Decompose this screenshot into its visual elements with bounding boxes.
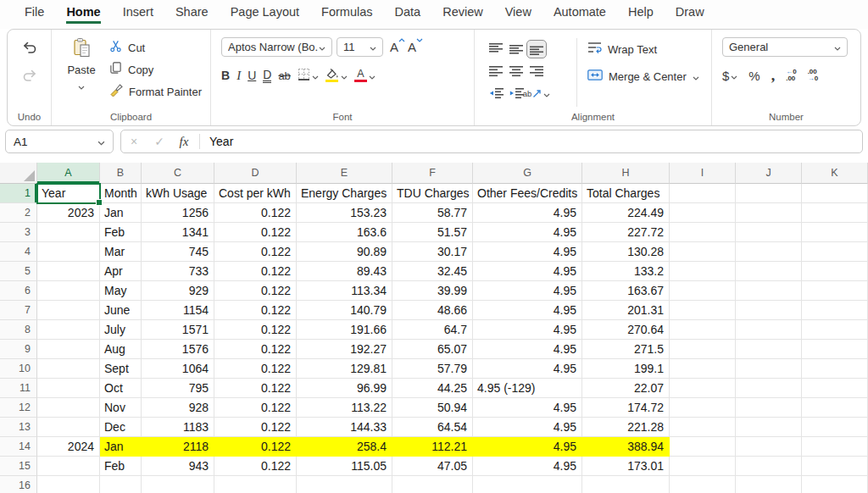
menu-tab-file[interactable]: File bbox=[14, 0, 55, 29]
cell-H8[interactable]: 270.64 bbox=[582, 320, 670, 340]
cell-C4[interactable]: 745 bbox=[142, 242, 214, 262]
cell-J2[interactable] bbox=[736, 203, 802, 223]
row-header-2[interactable]: 2 bbox=[0, 203, 37, 223]
font-name-combobox[interactable]: Aptos Narrow (Bo... bbox=[221, 37, 332, 57]
italic-button[interactable]: I bbox=[236, 69, 241, 83]
cell-G3[interactable]: 4.95 bbox=[473, 223, 582, 242]
cell-G9[interactable]: 4.95 bbox=[473, 340, 582, 359]
cell-I9[interactable] bbox=[670, 340, 736, 359]
cell-F16[interactable] bbox=[392, 476, 473, 493]
cell-G6[interactable]: 4.95 bbox=[473, 281, 582, 301]
cell-A11[interactable] bbox=[37, 379, 100, 398]
cell-C8[interactable]: 1571 bbox=[142, 320, 214, 340]
cell-C14[interactable]: 2118 bbox=[142, 437, 214, 457]
cell-F2[interactable]: 58.77 bbox=[392, 203, 473, 223]
cell-I15[interactable] bbox=[670, 457, 736, 476]
row-header-7[interactable]: 7 bbox=[0, 301, 37, 320]
cell-J15[interactable] bbox=[736, 457, 802, 476]
row-header-3[interactable]: 3 bbox=[0, 223, 37, 242]
cell-H5[interactable]: 133.2 bbox=[582, 262, 670, 281]
cell-E12[interactable]: 113.22 bbox=[297, 398, 392, 418]
cell-K8[interactable] bbox=[802, 320, 868, 340]
cell-D16[interactable] bbox=[214, 476, 297, 493]
cell-H9[interactable]: 271.5 bbox=[582, 340, 670, 359]
row-header-13[interactable]: 13 bbox=[0, 418, 37, 437]
align-middle-button[interactable] bbox=[506, 43, 526, 55]
cell-E11[interactable]: 96.99 bbox=[297, 379, 392, 398]
cell-K12[interactable] bbox=[802, 398, 868, 418]
font-color-button[interactable]: A bbox=[354, 68, 376, 83]
cell-K5[interactable] bbox=[802, 262, 868, 281]
undo-button[interactable] bbox=[21, 39, 38, 59]
enter-button[interactable]: ✓ bbox=[147, 135, 172, 148]
cell-H6[interactable]: 163.67 bbox=[582, 281, 670, 301]
column-header-D[interactable]: D bbox=[214, 163, 297, 184]
cell-G13[interactable]: 4.95 bbox=[473, 418, 582, 437]
cell-I6[interactable] bbox=[670, 281, 736, 301]
copy-button[interactable]: Copy bbox=[109, 61, 202, 78]
cell-F7[interactable]: 48.66 bbox=[392, 301, 473, 320]
cell-E15[interactable]: 115.05 bbox=[297, 457, 392, 476]
cell-G5[interactable]: 4.95 bbox=[473, 262, 582, 281]
cell-C1[interactable]: kWh Usage bbox=[142, 184, 214, 203]
cell-D3[interactable]: 0.122 bbox=[214, 223, 297, 242]
cell-G16[interactable] bbox=[473, 476, 582, 493]
cell-D5[interactable]: 0.122 bbox=[214, 262, 297, 281]
menu-tab-automate[interactable]: Automate bbox=[542, 0, 617, 29]
cell-E7[interactable]: 140.79 bbox=[297, 301, 392, 320]
cell-B2[interactable]: Jan bbox=[100, 203, 142, 223]
strikethrough-button[interactable]: ab bbox=[278, 69, 290, 82]
cell-E9[interactable]: 192.27 bbox=[297, 340, 392, 359]
cell-K15[interactable] bbox=[802, 457, 868, 476]
cell-F13[interactable]: 64.54 bbox=[392, 418, 473, 437]
cell-I13[interactable] bbox=[670, 418, 736, 437]
row-header-5[interactable]: 5 bbox=[0, 262, 37, 281]
cell-G14[interactable]: 4.95 bbox=[473, 437, 582, 457]
cell-J6[interactable] bbox=[736, 281, 802, 301]
cell-E3[interactable]: 163.6 bbox=[297, 223, 392, 242]
cell-E14[interactable]: 258.4 bbox=[297, 437, 392, 457]
cell-H4[interactable]: 130.28 bbox=[582, 242, 670, 262]
cell-F6[interactable]: 39.99 bbox=[392, 281, 473, 301]
cell-J9[interactable] bbox=[736, 340, 802, 359]
cell-A9[interactable] bbox=[37, 340, 100, 359]
cell-K6[interactable] bbox=[802, 281, 868, 301]
cell-A10[interactable] bbox=[37, 359, 100, 379]
cell-H10[interactable]: 199.1 bbox=[582, 359, 670, 379]
cell-G4[interactable]: 4.95 bbox=[473, 242, 582, 262]
align-left-button[interactable] bbox=[486, 65, 506, 77]
cell-D9[interactable]: 0.122 bbox=[214, 340, 297, 359]
increase-decimal-button[interactable]: ←←00 .00 bbox=[786, 69, 796, 83]
cell-D8[interactable]: 0.122 bbox=[214, 320, 297, 340]
column-header-F[interactable]: F bbox=[392, 163, 473, 184]
row-header-16[interactable]: 16 bbox=[0, 476, 37, 493]
align-center-button[interactable] bbox=[506, 65, 526, 77]
cell-A2[interactable]: 2023 bbox=[37, 203, 100, 223]
cell-D13[interactable]: 0.122 bbox=[214, 418, 297, 437]
cell-J11[interactable] bbox=[736, 379, 802, 398]
menu-tab-view[interactable]: View bbox=[494, 0, 542, 29]
cell-K16[interactable] bbox=[802, 476, 868, 493]
align-top-button[interactable] bbox=[486, 43, 506, 55]
cell-D12[interactable]: 0.122 bbox=[214, 398, 297, 418]
cell-B12[interactable]: Nov bbox=[100, 398, 142, 418]
column-header-B[interactable]: B bbox=[100, 163, 142, 184]
currency-format-button[interactable]: $ bbox=[722, 68, 737, 83]
cell-K14[interactable] bbox=[802, 437, 868, 457]
cell-K9[interactable] bbox=[802, 340, 868, 359]
font-size-combobox[interactable]: 11 bbox=[337, 37, 383, 57]
cell-C2[interactable]: 1256 bbox=[142, 203, 214, 223]
row-header-1[interactable]: 1 bbox=[0, 184, 37, 203]
insert-function-button[interactable]: fx bbox=[172, 135, 196, 149]
cell-A4[interactable] bbox=[37, 242, 100, 262]
cell-D2[interactable]: 0.122 bbox=[214, 203, 297, 223]
cell-I10[interactable] bbox=[670, 359, 736, 379]
cell-I1[interactable] bbox=[670, 184, 736, 203]
cell-H3[interactable]: 227.72 bbox=[582, 223, 670, 242]
column-header-A[interactable]: A bbox=[37, 163, 100, 184]
cell-I8[interactable] bbox=[670, 320, 736, 340]
cell-B1[interactable]: Month bbox=[100, 184, 142, 203]
cell-K10[interactable] bbox=[802, 359, 868, 379]
menu-tab-share[interactable]: Share bbox=[164, 0, 220, 29]
cell-F5[interactable]: 32.45 bbox=[392, 262, 473, 281]
